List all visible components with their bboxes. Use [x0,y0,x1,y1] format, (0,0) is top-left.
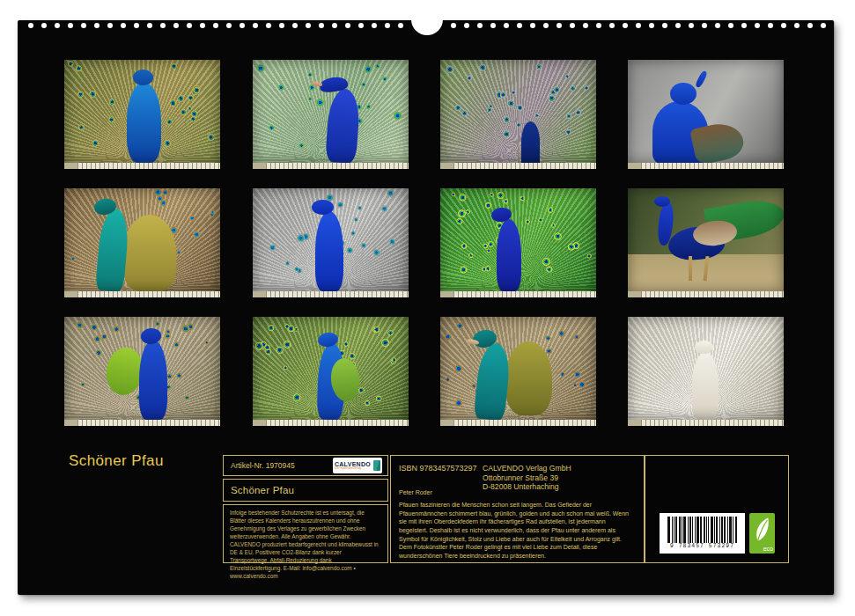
binding-hole [385,23,390,28]
binding-hole [728,23,733,28]
binding-hole [609,23,615,28]
calendar-photo-peacock-full-body-walking [628,188,784,297]
binding-hole [530,23,535,28]
binding-hole [94,23,100,28]
publisher-address: CALVENDO Verlag GmbH Ottobrunner Straße … [483,464,571,492]
photo-art [440,317,596,420]
calendar-date-strip [64,291,220,297]
photo-art [440,188,596,291]
binding-hole [240,23,245,28]
binding-hole [675,23,681,28]
binding-hole [68,23,73,28]
publisher-box: ISBN 9783457573297 CALVENDO Verlag GmbH … [390,455,645,563]
photo-art [628,188,784,291]
binding-hole [173,23,179,28]
binding-hole [755,23,760,28]
binding-hole [649,23,654,28]
binding-hole [781,23,786,28]
binding-hole [596,23,601,28]
binding-hole [345,23,350,28]
photo-art [253,188,409,291]
binding-hole [121,23,126,28]
calendar-date-strip [253,291,409,297]
calendar-date-strip [628,291,784,297]
binding-hole [213,23,218,28]
photo-art [64,317,220,420]
author-name: Peter Roder [399,489,432,495]
calendar-photo-peacock-teal-gold-bronze-fan [64,188,220,297]
binding-hole [702,23,707,28]
calendar-date-strip [253,163,409,169]
calendar-photo-peacock-pale-fan-lime-patch [64,317,220,426]
publisher-street: Ottobrunner Straße 39 [483,473,571,483]
artikel-number: Artikel-Nr. 1970945 [231,461,295,470]
binding-hole [689,23,694,28]
page-title: Schöner Pfau [69,452,164,470]
calendar-date-strip [628,163,784,169]
barcode-box: 9 783457 573297 eco [645,455,789,563]
calendar-title-label: Schöner Pfau [224,480,387,501]
binding-hole [570,23,575,28]
binding-hole [253,23,258,28]
photo-art [253,60,409,163]
calvendo-logo-tagline: Der Kalenderverlag [335,467,371,471]
binding-hole [200,23,205,28]
photo-art [64,60,220,163]
binding-hole [821,23,826,28]
calvendo-flag-icon [373,460,380,471]
binding-hole [292,23,298,28]
photo-art [253,317,409,420]
calendar-date-strip [64,163,220,169]
calendar-back-page: Schöner Pfau Artikel-Nr. 1970945 CALVEND… [18,20,834,595]
binding-hole [226,23,232,28]
leaf-icon [752,516,771,544]
calendar-photo-peacock-portrait-gray-background [628,60,784,169]
binding-hole [517,23,522,28]
binding-hole [543,23,549,28]
binding-hole [81,23,86,28]
binding-hole [372,23,377,28]
eco-badge: eco [749,513,775,554]
binding-hole [107,23,113,28]
calvendo-logo: CALVENDO Der Kalenderverlag [333,458,382,473]
binding-hole [768,23,773,28]
binding-hole [477,23,483,28]
binding-hole [332,23,337,28]
binding-hole [741,23,747,28]
publisher-name: CALVENDO Verlag GmbH [483,464,571,473]
binding-hole [134,23,139,28]
barcode: 9 783457 573297 [660,513,745,554]
binding-hole [160,23,166,28]
calendar-photo-peacock-golden-fan-front [64,60,220,169]
binding-hole [490,23,496,28]
photo-art [64,188,220,291]
eco-label: eco [763,546,773,552]
calendar-date-strip [628,420,784,426]
binding-hole [279,23,284,28]
calendar-photo-peacock-vivid-green-fan [440,188,596,297]
binding-hole [583,23,588,28]
binding-hole [807,23,813,28]
binding-hole [662,23,667,28]
binding-hole [556,23,562,28]
binding-hole [794,23,800,28]
calendar-photo-peacock-teal-open-beak-tan-fan [440,317,596,426]
publisher-city: D-82008 Unterhaching [483,482,571,492]
binding-hole [623,23,628,28]
binding-hole [306,23,311,28]
calendar-back-cover: { "title": "Schöner Pfau", "colors": { "… [0,0,855,616]
photo-art [440,60,596,163]
legal-box: Infolge bestehender Schutzrechte ist es … [223,504,388,563]
calendar-date-strip [440,420,596,426]
calendar-photo-peacock-profile-pale-green [253,60,409,169]
barcode-digits: 9 783457 573297 [670,544,734,549]
calendar-photo-white-peacock-white-fan [628,317,784,426]
title-box: Schöner Pfau [223,479,388,502]
binding-hole [636,23,641,28]
calendar-date-strip [440,163,596,169]
calendar-photo-peacock-silver-monochrome-fan [253,188,409,297]
isbn-number: ISBN 9783457573297 [399,464,477,473]
binding-hole [451,23,456,28]
binding-hole [319,23,324,28]
calendar-date-strip [253,420,409,426]
